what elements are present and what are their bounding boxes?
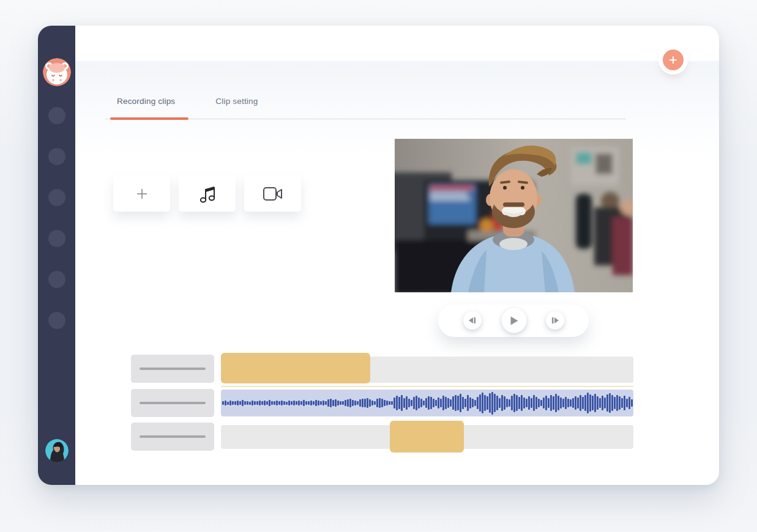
waveform-bar bbox=[472, 399, 474, 407]
tab-clip-setting[interactable]: Clip setting bbox=[215, 97, 258, 106]
waveform-bar bbox=[577, 397, 579, 408]
track-2-label[interactable] bbox=[131, 389, 214, 417]
tab-bar: Recording clipsClip setting bbox=[105, 97, 626, 121]
waveform-bar bbox=[435, 400, 437, 406]
waveform-bar bbox=[364, 399, 366, 407]
waveform-bar bbox=[278, 401, 280, 405]
video-camera-icon bbox=[263, 186, 283, 202]
track-3-clip[interactable] bbox=[390, 421, 464, 453]
waveform-bar bbox=[460, 394, 461, 412]
waveform-bar bbox=[494, 394, 496, 412]
waveform-bar bbox=[237, 401, 239, 405]
waveform-bar bbox=[580, 395, 581, 410]
sidebar-item-4[interactable] bbox=[48, 230, 65, 247]
waveform-bar bbox=[256, 401, 258, 405]
waveform-bar bbox=[239, 401, 241, 405]
video-preview[interactable] bbox=[395, 139, 633, 292]
waveform-bar bbox=[315, 400, 317, 407]
waveform-bar bbox=[352, 400, 354, 407]
waveform-bar bbox=[229, 401, 231, 405]
waveform-bar bbox=[308, 401, 310, 405]
waveform-bar bbox=[345, 400, 346, 406]
sidebar-item-1[interactable] bbox=[48, 107, 65, 124]
waveform-bar bbox=[323, 401, 324, 405]
waveform-bar bbox=[313, 401, 315, 405]
waveform-bar bbox=[457, 396, 459, 410]
add-audio-button[interactable] bbox=[179, 175, 236, 212]
waveform-bar bbox=[575, 396, 576, 410]
waveform-bar bbox=[523, 397, 525, 408]
waveform-bar bbox=[398, 397, 400, 409]
waveform-bar bbox=[540, 400, 542, 406]
user-avatar[interactable] bbox=[45, 439, 69, 462]
waveform-bar bbox=[445, 397, 447, 409]
waveform-bar bbox=[611, 395, 613, 410]
header-bar bbox=[75, 26, 719, 61]
play-icon bbox=[510, 316, 519, 325]
waveform-bar bbox=[305, 401, 307, 404]
waveform-bar bbox=[274, 401, 275, 404]
waveform-bar bbox=[227, 402, 229, 405]
step-backward-button[interactable] bbox=[463, 311, 482, 330]
waveform-bar bbox=[484, 395, 486, 412]
waveform-bar bbox=[499, 398, 501, 408]
waveform-bar bbox=[325, 401, 327, 405]
step-forward-button[interactable] bbox=[546, 311, 564, 330]
waveform-bar bbox=[293, 401, 295, 405]
track-1-clip[interactable] bbox=[221, 353, 370, 383]
tab-recording-clips[interactable]: Recording clips bbox=[117, 97, 175, 106]
waveform-bar bbox=[283, 401, 285, 405]
waveform-bar bbox=[631, 399, 633, 407]
waveform-bar bbox=[384, 400, 386, 406]
waveform-bar bbox=[624, 396, 625, 410]
waveform-bar bbox=[291, 401, 293, 405]
waveform-bar bbox=[340, 401, 341, 405]
waveform-bar bbox=[516, 395, 518, 410]
waveform-bar bbox=[535, 397, 537, 409]
waveform-bar bbox=[354, 401, 356, 405]
waveform-bar bbox=[420, 399, 422, 407]
sidebar-item-2[interactable] bbox=[48, 148, 65, 165]
waveform-bar bbox=[374, 401, 376, 405]
waveform-bar bbox=[406, 396, 408, 410]
waveform-bar bbox=[565, 397, 567, 409]
waveform-bar bbox=[261, 401, 263, 404]
track-3-label[interactable] bbox=[131, 423, 214, 451]
track-2-audio-clip[interactable] bbox=[221, 390, 633, 416]
waveform-bar bbox=[604, 397, 606, 408]
waveform-bar bbox=[403, 398, 405, 408]
waveform-bar bbox=[526, 399, 528, 407]
waveform-bar bbox=[296, 401, 297, 405]
waveform-bar bbox=[442, 396, 444, 410]
waveform-bar bbox=[602, 396, 603, 410]
waveform-bar bbox=[335, 399, 337, 407]
waveform-bar bbox=[582, 397, 584, 409]
waveform-bar bbox=[479, 394, 481, 412]
sidebar-item-6[interactable] bbox=[48, 312, 65, 329]
add-video-button[interactable] bbox=[244, 175, 301, 212]
waveform-bar bbox=[452, 396, 454, 410]
play-button[interactable] bbox=[502, 308, 527, 333]
waveform-bar bbox=[628, 397, 630, 409]
waveform-bar bbox=[562, 399, 564, 407]
add-button[interactable]: + bbox=[663, 50, 684, 70]
waveform-bar bbox=[467, 395, 469, 410]
media-toolbar bbox=[113, 175, 301, 212]
waveform-bar bbox=[450, 399, 452, 407]
waveform-bar bbox=[259, 401, 261, 405]
step-forward-icon bbox=[550, 316, 560, 325]
waveform-bar bbox=[367, 398, 368, 408]
add-clip-button[interactable] bbox=[113, 175, 170, 212]
track-1-label[interactable] bbox=[131, 355, 214, 383]
sidebar-item-5[interactable] bbox=[48, 271, 65, 288]
sidebar-item-3[interactable] bbox=[48, 189, 65, 206]
waveform-bar bbox=[318, 401, 319, 405]
waveform-bar bbox=[389, 401, 390, 405]
waveform-bar bbox=[393, 397, 395, 408]
waveform-bar bbox=[347, 399, 349, 407]
waveform-bar bbox=[337, 401, 339, 405]
waveform-bar bbox=[557, 396, 559, 410]
app-logo[interactable] bbox=[43, 58, 71, 86]
waveform-bar bbox=[244, 401, 246, 405]
waveform-bar bbox=[357, 401, 359, 405]
